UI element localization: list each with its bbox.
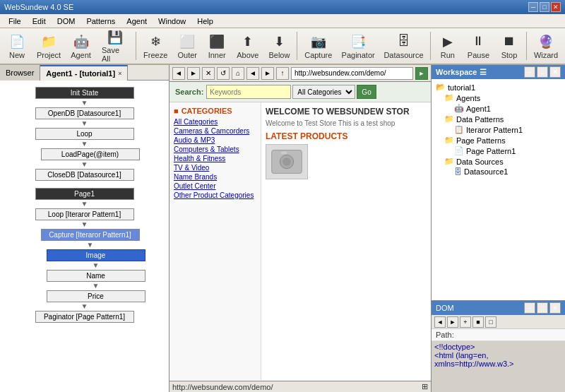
resize-handle: ⊞	[422, 382, 428, 391]
tree-page-patterns-folder[interactable]: 📁 Page Patterns	[434, 135, 562, 145]
minimize-button[interactable]: ─	[528, 2, 538, 12]
nav-right[interactable]: ►	[261, 67, 274, 80]
above-button[interactable]: ⬆ Above	[232, 30, 263, 62]
stop-nav-button[interactable]: ✕	[202, 67, 215, 80]
flow-node-capture-pat[interactable]: Capture [Iteraror Pattern1]	[41, 229, 140, 241]
menu-patterns[interactable]: Patterns	[81, 16, 121, 27]
new-icon: 📄	[8, 33, 25, 50]
dom-minimize[interactable]: ─	[524, 302, 535, 314]
cat-other[interactable]: Other Product Categories	[174, 191, 256, 199]
nav-up[interactable]: ↑	[276, 67, 289, 80]
menu-dom[interactable]: DOM	[52, 16, 81, 27]
cat-brands[interactable]: Name Brands	[174, 173, 256, 181]
run-button[interactable]: ▶ Run	[434, 30, 462, 62]
tree-agent1[interactable]: 🤖 Agent1	[434, 103, 562, 114]
paginator-button[interactable]: 📑 Paginator	[338, 30, 379, 62]
cat-audio[interactable]: Audio & MP3	[174, 136, 256, 144]
wizard-button[interactable]: 🔮 Wizard	[530, 30, 562, 62]
center-panel: ◄ ► ✕ ↺ ⌂ ◄ ► ↑ ► Search: All Categories…	[170, 65, 431, 392]
cat-cameras[interactable]: Cameras & Camcorders	[174, 127, 256, 135]
tree-datasource1[interactable]: 🗄 Datasource1	[434, 167, 562, 177]
flow-node-loop[interactable]: Loop	[35, 128, 134, 140]
workspace-header: Workspace ☰ ─ □ ✕	[432, 65, 565, 79]
category-select[interactable]: All Categories	[292, 85, 355, 99]
below-button[interactable]: ⬇ Below	[264, 30, 294, 62]
go-button[interactable]: ►	[415, 67, 428, 80]
cat-all[interactable]: All Categories	[174, 118, 256, 126]
cat-tv[interactable]: TV & Video	[174, 164, 256, 172]
project-button[interactable]: 📁 Project	[32, 30, 65, 62]
pause-button[interactable]: ⏸ Pause	[463, 30, 494, 62]
cat-outlet[interactable]: Outlet Center	[174, 182, 256, 190]
tree-tutorial1[interactable]: 📂 tutorial1	[434, 82, 562, 93]
tab-browser[interactable]: Browser	[0, 65, 40, 81]
run-icon: ▶	[439, 33, 456, 50]
cat-health[interactable]: Health & Fitness	[174, 155, 256, 162]
datasource1-icon: 🗄	[454, 167, 462, 176]
back-button[interactable]: ◄	[172, 67, 185, 80]
agent-button[interactable]: 🤖 Agent	[66, 30, 95, 62]
flow-node-loadpage[interactable]: LoadPage(@item)	[41, 148, 140, 160]
capture-button[interactable]: 📷 Capture	[300, 30, 336, 62]
dom-maximize[interactable]: □	[537, 302, 548, 314]
flow-node-price[interactable]: Price	[47, 290, 145, 302]
workspace-close[interactable]: ✕	[549, 66, 561, 78]
flow-node-init[interactable]: Init State	[35, 87, 134, 99]
flow-node-closedb[interactable]: CloseDB [Datasource1]	[35, 169, 134, 181]
search-input[interactable]	[206, 85, 291, 99]
flow-container: Init State ▼ OpenDB [Datasource1] ▼ Loop…	[6, 86, 163, 323]
data-patterns-folder-icon: 📁	[444, 114, 454, 124]
dom-btn-3[interactable]: +	[460, 316, 471, 328]
editor-tab-bar: Browser Agent1 - [tutorial1] ×	[0, 65, 169, 81]
tree-agents-folder[interactable]: 📁 Agents	[434, 93, 562, 103]
tab-agent1[interactable]: Agent1 - [tutorial1] ×	[40, 65, 128, 81]
forward-button[interactable]: ►	[187, 67, 200, 80]
tab-agent1-close[interactable]: ×	[118, 70, 121, 77]
dom-btn-4[interactable]: ■	[472, 316, 484, 328]
close-button[interactable]: ✕	[551, 2, 561, 12]
flow-node-name[interactable]: Name	[47, 270, 145, 282]
new-button[interactable]: 📄 New	[3, 30, 31, 62]
toolbar: 📄 New 📁 Project 🤖 Agent 💾 Save All ❄ Fre…	[0, 28, 565, 65]
menu-agent[interactable]: Agent	[121, 16, 153, 27]
outer-button[interactable]: ⬜ Outer	[173, 30, 201, 62]
agent-flow: Init State ▼ OpenDB [Datasource1] ▼ Loop…	[0, 81, 169, 392]
outer-icon: ⬜	[179, 33, 196, 50]
flow-node-page1[interactable]: Page1	[35, 188, 134, 200]
menu-help[interactable]: Help	[191, 16, 219, 27]
dom-btn-5[interactable]: □	[485, 316, 496, 328]
refresh-button[interactable]: ↺	[217, 67, 230, 80]
flow-node-loop2[interactable]: Loop [Iteraror Pattern1]	[35, 208, 134, 220]
workspace-maximize[interactable]: □	[537, 66, 548, 78]
menu-window[interactable]: Window	[153, 16, 191, 27]
flow-arrow-1: ▼	[81, 100, 88, 107]
nav-left[interactable]: ◄	[246, 67, 259, 80]
welcome-text: Welcome to Test Store This is a test sho…	[266, 119, 427, 127]
flow-node-opendb[interactable]: OpenDB [Datasource1]	[35, 107, 134, 119]
freeze-button[interactable]: ❄ Freeze	[139, 30, 172, 62]
dom-close[interactable]: ✕	[549, 302, 561, 314]
search-box: Search: All Categories Go	[175, 85, 376, 99]
tree-page-pattern1[interactable]: 📄 Page Pattern1	[434, 145, 562, 156]
tree-data-sources-folder[interactable]: 📁 Data Sources	[434, 156, 562, 167]
main-layout: Browser Agent1 - [tutorial1] × Init Stat…	[0, 65, 565, 392]
web-sidebar: ■ CATEGORIES All Categories Cameras & Ca…	[170, 102, 261, 380]
inner-button[interactable]: ⬛ Inner	[203, 30, 231, 62]
workspace-minimize[interactable]: ─	[524, 66, 535, 78]
datasource-button[interactable]: 🗄 Datasource	[380, 30, 427, 62]
dom-btn-1[interactable]: ◄	[434, 316, 446, 328]
flow-node-image[interactable]: Image	[47, 249, 145, 261]
search-go-button[interactable]: Go	[357, 85, 376, 99]
dom-btn-2[interactable]: ►	[447, 316, 458, 328]
flow-node-paginator[interactable]: Paginator [Page Pattern1]	[35, 311, 134, 323]
home-button[interactable]: ⌂	[232, 67, 244, 80]
cat-computers[interactable]: Computers & Tablets	[174, 145, 256, 153]
url-input[interactable]	[291, 67, 413, 80]
stop-button[interactable]: ⏹ Stop	[495, 30, 523, 62]
maximize-button[interactable]: □	[540, 2, 549, 12]
save-all-button[interactable]: 💾 Save All	[97, 30, 133, 62]
menu-file[interactable]: File	[3, 16, 27, 27]
tree-iteraror-pattern1[interactable]: 📋 Iteraror Pattern1	[434, 124, 562, 135]
tree-data-patterns-folder[interactable]: 📁 Data Patterns	[434, 114, 562, 124]
menu-edit[interactable]: Edit	[27, 16, 52, 27]
